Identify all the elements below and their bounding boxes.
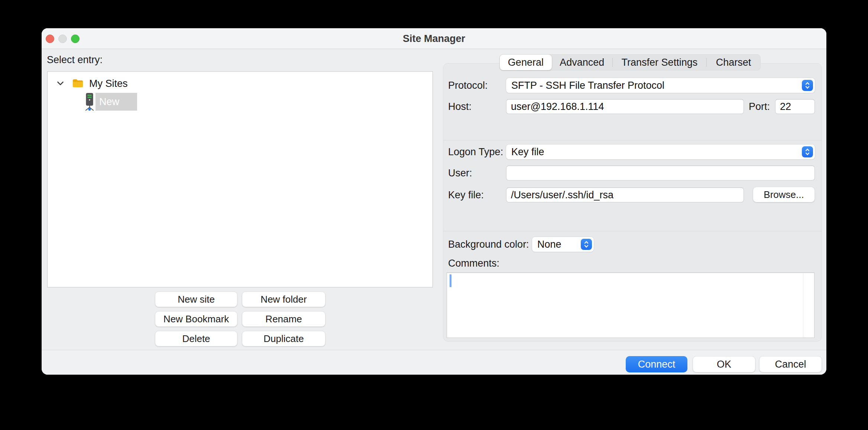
tab-bar: General Advanced Transfer Settings Chars… bbox=[499, 54, 761, 71]
tree-item-label[interactable]: My Sites bbox=[89, 75, 128, 92]
scrollbar-track bbox=[803, 273, 803, 337]
text-caret bbox=[450, 274, 451, 287]
connect-button[interactable]: Connect bbox=[626, 356, 687, 372]
comments-label: Comments: bbox=[448, 256, 499, 271]
chevron-down-icon[interactable] bbox=[57, 81, 64, 87]
server-icon bbox=[84, 93, 95, 113]
dropdown-stepper-icon bbox=[802, 146, 813, 157]
select-entry-label: Select entry: bbox=[47, 54, 103, 66]
background-color-dropdown[interactable]: None bbox=[532, 237, 594, 252]
rename-button[interactable]: Rename bbox=[242, 311, 326, 327]
protocol-value: SFTP - SSH File Transfer Protocol bbox=[506, 80, 802, 91]
site-tree[interactable]: My Sites New site bbox=[47, 71, 433, 287]
tree-row-new-site[interactable]: New site bbox=[48, 92, 433, 111]
dropdown-stepper-icon bbox=[802, 80, 813, 91]
logon-type-value: Key file bbox=[506, 146, 802, 158]
protocol-label: Protocol: bbox=[448, 78, 488, 93]
key-file-input[interactable] bbox=[506, 188, 744, 202]
comments-box bbox=[447, 273, 814, 338]
title-bar: Site Manager bbox=[42, 28, 826, 49]
logon-type-label: Logon Type: bbox=[448, 144, 503, 159]
new-bookmark-button[interactable]: New Bookmark bbox=[155, 311, 237, 327]
ok-button[interactable]: OK bbox=[693, 356, 755, 372]
port-input[interactable] bbox=[775, 99, 815, 114]
comments-textarea[interactable] bbox=[447, 273, 814, 338]
logon-type-dropdown[interactable]: Key file bbox=[506, 144, 815, 159]
new-site-button[interactable]: New site bbox=[155, 291, 237, 307]
folder-icon bbox=[72, 78, 84, 90]
tree-row-my-sites[interactable]: My Sites bbox=[48, 75, 433, 92]
host-label: Host: bbox=[448, 99, 472, 114]
section-divider bbox=[443, 140, 822, 140]
section-divider bbox=[443, 231, 822, 231]
tab-general[interactable]: General bbox=[500, 55, 552, 70]
cancel-button[interactable]: Cancel bbox=[759, 356, 822, 372]
window-title: Site Manager bbox=[42, 28, 826, 49]
background-color-label: Background color: bbox=[448, 237, 529, 252]
protocol-dropdown[interactable]: SFTP - SSH File Transfer Protocol bbox=[506, 78, 815, 93]
bottom-bar: Connect OK Cancel bbox=[42, 350, 826, 375]
duplicate-button[interactable]: Duplicate bbox=[242, 331, 326, 346]
tab-transfer-settings[interactable]: Transfer Settings bbox=[613, 55, 707, 70]
tab-charset[interactable]: Charset bbox=[707, 55, 760, 70]
port-label: Port: bbox=[749, 99, 770, 114]
dropdown-stepper-icon bbox=[581, 239, 592, 250]
browse-button[interactable]: Browse... bbox=[753, 187, 815, 202]
user-input[interactable] bbox=[506, 166, 815, 180]
background-color-value: None bbox=[532, 239, 581, 250]
host-input[interactable] bbox=[506, 99, 744, 114]
site-manager-dialog: Site Manager Select entry: My Sites bbox=[42, 28, 826, 375]
new-folder-button[interactable]: New folder bbox=[242, 291, 326, 307]
user-label: User: bbox=[448, 166, 472, 180]
tab-advanced[interactable]: Advanced bbox=[552, 55, 612, 70]
delete-button[interactable]: Delete bbox=[155, 331, 237, 346]
tree-item-label-selected[interactable]: New site bbox=[95, 93, 137, 111]
key-file-label: Key file: bbox=[448, 188, 484, 202]
